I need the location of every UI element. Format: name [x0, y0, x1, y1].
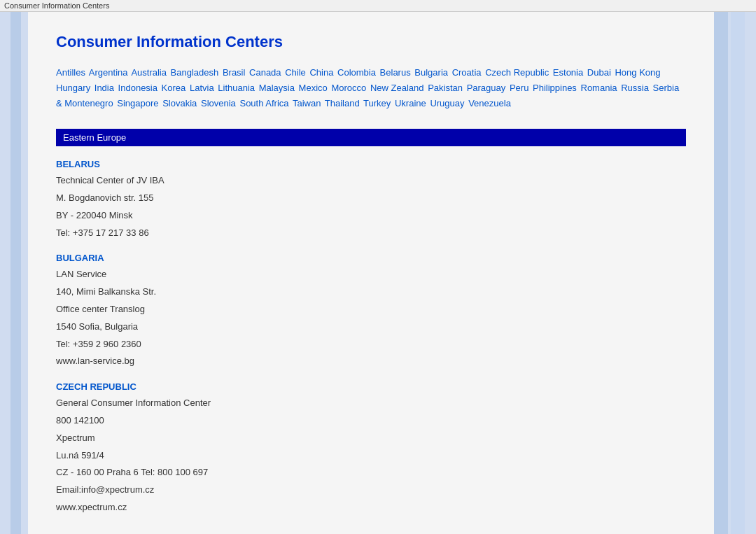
title-bar-text: Consumer Information Centers [4, 1, 109, 10]
link-latvia[interactable]: Latvia [190, 83, 214, 93]
country-info-czech-republic: www.xpectrum.cz [56, 500, 686, 515]
country-info-czech-republic: Xpectrum [56, 431, 686, 446]
sidebar-right-bar1 [714, 12, 728, 534]
title-bar: Consumer Information Centers [0, 0, 756, 12]
country-info-belarus: Tel: +375 17 217 33 86 [56, 226, 686, 241]
link-taiwan[interactable]: Taiwan [293, 98, 321, 108]
country-info-czech-republic: Lu.ná 591/4 [56, 449, 686, 463]
country-info-bulgaria: LAN Service [56, 267, 686, 282]
country-info-czech-republic: 800 142100 [56, 414, 686, 428]
link-new-zealand[interactable]: New Zealand [370, 83, 424, 93]
country-info-belarus: Technical Center of JV IBA [56, 174, 686, 188]
link-hong-kong[interactable]: Hong Kong [615, 67, 660, 78]
sidebar-left [0, 12, 28, 534]
country-info-belarus: M. Bogdanovich str. 155 [56, 191, 686, 206]
link-lithuania[interactable]: Lithuania [218, 83, 255, 93]
link-slovenia[interactable]: Slovenia [201, 98, 236, 108]
country-info-bulgaria: 1540 Sofia, Bulgaria [56, 320, 686, 335]
link-colombia[interactable]: Colombia [337, 67, 376, 78]
link-belarus[interactable]: Belarus [380, 67, 411, 78]
link-dubai[interactable]: Dubai [587, 67, 611, 78]
country-title-belarus[interactable]: BELARUS [56, 159, 686, 169]
link-mexico[interactable]: Mexico [299, 83, 328, 93]
country-info-belarus: BY - 220040 Minsk [56, 209, 686, 223]
link-slovakia[interactable]: Slovakia [162, 98, 197, 108]
link-romania[interactable]: Romania [581, 83, 617, 93]
country-info-bulgaria: Office center Translog [56, 302, 686, 317]
country-info-bulgaria: Tel: +359 2 960 2360 [56, 337, 686, 352]
link-korea[interactable]: Korea [162, 83, 186, 93]
link-russia[interactable]: Russia [621, 83, 649, 93]
link-bangladesh[interactable]: Bangladesh [171, 67, 219, 78]
sidebar-left-inner [10, 12, 21, 534]
sidebar-right-bar2 [731, 12, 745, 534]
link-australia[interactable]: Australia [131, 67, 167, 78]
link-ukraine[interactable]: Ukraine [395, 98, 426, 108]
link-czech-republic[interactable]: Czech Republic [485, 67, 549, 78]
link-pakistan[interactable]: Pakistan [428, 83, 463, 93]
page-title: Consumer Information Centers [56, 33, 686, 51]
link-antilles[interactable]: Antilles [56, 67, 85, 78]
country-info-czech-republic: General Consumer Information Center [56, 396, 686, 411]
link-bulgaria[interactable]: Bulgaria [414, 67, 448, 78]
link-india[interactable]: India [94, 83, 114, 93]
country-info-czech-republic: Email:info@xpectrum.cz [56, 483, 686, 498]
sidebar-right [714, 12, 756, 534]
link-argentina[interactable]: Argentina [89, 67, 128, 78]
link-south-africa[interactable]: South Africa [239, 98, 288, 108]
link-singapore[interactable]: Singapore [117, 98, 158, 108]
links-section: Antilles Argentina Australia Bangladesh … [56, 65, 686, 111]
link-philippines[interactable]: Philippines [533, 83, 577, 93]
country-title-czech-republic[interactable]: CZECH REPUBLIC [56, 381, 686, 392]
link-brasil[interactable]: Brasil [223, 67, 246, 78]
section-header: Eastern Europe [56, 129, 686, 146]
link-thailand[interactable]: Thailand [325, 98, 360, 108]
link-estonia[interactable]: Estonia [553, 67, 583, 78]
link-malaysia[interactable]: Malaysia [259, 83, 295, 93]
country-info-bulgaria: 140, Mimi Balkanska Str. [56, 285, 686, 300]
link-china[interactable]: China [309, 67, 333, 78]
main-content: Consumer Information Centers Antilles Ar… [28, 12, 714, 534]
link-uruguay[interactable]: Uruguay [430, 98, 464, 108]
link-canada[interactable]: Canada [249, 67, 281, 78]
link-indonesia[interactable]: Indonesia [118, 83, 158, 93]
link-chile[interactable]: Chile [285, 67, 306, 78]
country-info-bulgaria: www.lan-service.bg [56, 354, 686, 369]
link-croatia[interactable]: Croatia [452, 67, 482, 78]
link-paraguay[interactable]: Paraguay [467, 83, 506, 93]
country-info-czech-republic: CZ - 160 00 Praha 6 Tel: 800 100 697 [56, 465, 686, 480]
link-venezuela[interactable]: Venezuela [468, 98, 511, 108]
link-peru[interactable]: Peru [510, 83, 528, 93]
countries-container: BELARUSTechnical Center of JV IBAM. Bogd… [56, 159, 686, 515]
link-morocco[interactable]: Morocco [331, 83, 366, 93]
country-title-bulgaria[interactable]: BULGARIA [56, 253, 686, 263]
link-turkey[interactable]: Turkey [363, 98, 391, 108]
link-hungary[interactable]: Hungary [56, 83, 90, 93]
